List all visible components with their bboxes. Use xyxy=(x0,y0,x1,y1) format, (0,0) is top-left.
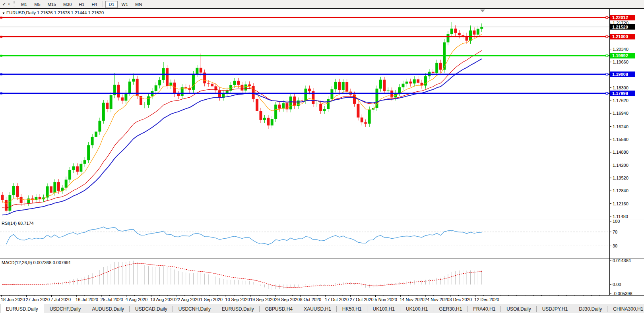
chart-tab-usdcad-daily[interactable]: USDCAD,Daily xyxy=(130,304,173,313)
chart-tab-audusd-daily[interactable]: AUDUSD,Daily xyxy=(86,304,130,313)
svg-text:1.17620: 1.17620 xyxy=(613,98,628,103)
chart-tab-gbpusd-h4[interactable]: GBPUSD,H4 xyxy=(260,304,298,313)
chart-tab-hk50-h1[interactable]: HK50,H1 xyxy=(337,304,367,313)
chart-title: ▼EURUSD,Daily 1.21526 1.21678 1.21444 1.… xyxy=(2,10,104,15)
svg-text:100: 100 xyxy=(613,219,620,224)
svg-text:1.21520: 1.21520 xyxy=(612,25,628,29)
svg-text:1.22012: 1.22012 xyxy=(612,15,628,20)
timeframe-button-m1[interactable]: M1 xyxy=(18,1,30,8)
chart-tab-usdjpy-h1[interactable]: USDJPY,H1 xyxy=(537,304,573,313)
svg-text:1.17998: 1.17998 xyxy=(612,91,628,96)
date-tick-label: 10 Sep 2020 xyxy=(225,297,250,302)
timeframe-toolbar: ↙ ▼ M1M5M15M30H1H4D1W1MN xyxy=(0,0,644,9)
toolbar-separator xyxy=(103,1,103,7)
cursor-tool-icon[interactable]: ↙ xyxy=(1,1,7,8)
date-tick-label: 27 Jun 2020 xyxy=(26,297,50,302)
svg-text:1.16240: 1.16240 xyxy=(613,124,628,129)
date-tick-label: 16 Jul 2020 xyxy=(76,297,98,302)
chart-tab-ger30-h1[interactable]: GER30,H1 xyxy=(433,304,467,313)
timeframe-button-m5[interactable]: M5 xyxy=(31,1,43,8)
date-tick-label: 17 Oct 2020 xyxy=(325,297,349,302)
timeframe-button-m30[interactable]: M30 xyxy=(60,1,75,8)
date-tick-label: 27 Oct 2020 xyxy=(350,297,374,302)
svg-text:30: 30 xyxy=(613,243,617,248)
date-tick-label: 14 Nov 2020 xyxy=(400,297,424,302)
date-tick-label: 24 Nov 2020 xyxy=(425,297,449,302)
chart-tab-eurusd-daily[interactable]: EURUSD,Daily xyxy=(216,304,260,313)
chart-tab-uk100-h1[interactable]: UK100,H1 xyxy=(367,304,400,313)
date-tick-label: 8 Oct 2020 xyxy=(300,297,321,302)
mt4-window: ↙ ▼ M1M5M15M30H1H4D1W1MN ▼EURUSD,Daily 1… xyxy=(0,0,644,313)
svg-text:1.11480: 1.11480 xyxy=(613,214,628,219)
chart-tab-china300-h1[interactable]: CHINA300,H1 xyxy=(607,304,644,313)
svg-text:1.15560: 1.15560 xyxy=(613,137,628,142)
timeframe-button-h4[interactable]: H4 xyxy=(88,1,100,8)
svg-text:1.20340: 1.20340 xyxy=(613,47,628,52)
svg-text:1.12840: 1.12840 xyxy=(613,188,628,193)
date-tick-label: 3 Dec 2020 xyxy=(450,297,472,302)
chart-tab-uk100-h1[interactable]: UK100,H1 xyxy=(400,304,433,313)
chart-title-text: EURUSD,Daily 1.21526 1.21678 1.21444 1.2… xyxy=(6,10,104,15)
timeframe-button-d1[interactable]: D1 xyxy=(105,1,117,8)
date-tick-label: 7 Jul 2020 xyxy=(50,297,71,302)
svg-text:1.14880: 1.14880 xyxy=(613,150,628,155)
timeframe-button-m15[interactable]: M15 xyxy=(45,1,59,8)
chart-tab-eurusd-daily[interactable]: EURUSD,Daily xyxy=(0,304,44,313)
date-tick-label: 22 Aug 2020 xyxy=(175,297,200,302)
svg-text:1.13520: 1.13520 xyxy=(613,176,628,180)
date-tick-label: 1 Sep 2020 xyxy=(200,297,223,302)
rsi-indicator-label: RSI(14) 68.7174 xyxy=(2,221,34,226)
chart-tab-usdchf-daily[interactable]: USDCHF,Daily xyxy=(44,304,87,313)
svg-text:1.19660: 1.19660 xyxy=(613,60,628,64)
svg-text:0.00: 0.00 xyxy=(613,282,621,287)
date-tick-label: 18 Jun 2020 xyxy=(1,297,25,302)
chart-tab-bar: EURUSD,DailyUSDCHF,DailyAUDUSD,DailyUSDC… xyxy=(0,304,644,313)
svg-text:0.014384: 0.014384 xyxy=(613,258,631,263)
cursor-tool-dropdown-icon[interactable]: ▼ xyxy=(8,3,10,6)
timeframe-button-w1[interactable]: W1 xyxy=(118,1,132,8)
svg-text:1.21000: 1.21000 xyxy=(612,34,628,39)
svg-text:1.19992: 1.19992 xyxy=(612,53,628,58)
chart-tab-fra40-h1[interactable]: FRA40,H1 xyxy=(467,304,501,313)
svg-text:1.19008: 1.19008 xyxy=(612,72,628,77)
collapse-triangle-icon[interactable]: ▼ xyxy=(2,12,5,15)
chart-canvas[interactable]: 1.217201.203401.196601.183001.176201.169… xyxy=(0,8,644,304)
toolbar-grip xyxy=(13,1,15,7)
date-tick-label: 19 Sep 2020 xyxy=(250,297,275,302)
date-tick-label: 29 Sep 2020 xyxy=(275,297,300,302)
svg-text:1.12160: 1.12160 xyxy=(613,201,628,206)
chart-tab-usdcnh-daily[interactable]: USDCNH,Daily xyxy=(173,304,216,313)
svg-text:1.18300: 1.18300 xyxy=(613,85,628,90)
date-tick-label: 13 Aug 2020 xyxy=(150,297,175,302)
chart-tab-usoil-daily[interactable]: USOil,Daily xyxy=(501,304,536,313)
svg-text:70: 70 xyxy=(613,230,617,234)
date-tick-label: 4 Aug 2020 xyxy=(126,297,148,302)
chart-tab-dj30-daily[interactable]: DJ30,Daily xyxy=(573,304,607,313)
svg-text:-0.005398: -0.005398 xyxy=(613,291,632,296)
macd-indicator-label: MACD(12,26,9) 0.007368 0.007991 xyxy=(2,260,71,265)
date-tick-label: 12 Dec 2020 xyxy=(474,297,499,302)
timeframe-button-mn[interactable]: MN xyxy=(132,1,145,8)
svg-text:1.16940: 1.16940 xyxy=(613,111,628,116)
date-tick-label: 25 Jul 2020 xyxy=(101,297,123,302)
date-tick-label: 5 Nov 2020 xyxy=(375,297,397,302)
svg-text:1.14200: 1.14200 xyxy=(613,163,628,168)
timeframe-button-h1[interactable]: H1 xyxy=(76,1,87,8)
chart-tab-xauusd-h1[interactable]: XAUUSD,H1 xyxy=(298,304,337,313)
